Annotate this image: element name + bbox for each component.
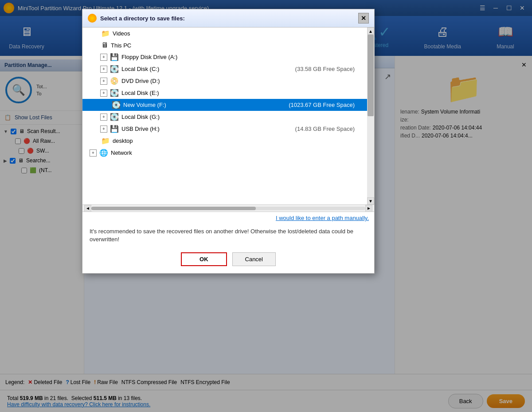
floppy-icon: 💾 (110, 53, 119, 61)
tree-scrollbar-v[interactable]: ▲ ▼ (367, 27, 374, 204)
network-label: Network (111, 149, 132, 156)
local-e-icon: 💽 (110, 89, 119, 97)
new-volume-f-label: New Volume (F:) (123, 102, 166, 108)
dvd-expand[interactable]: + (100, 78, 107, 85)
usb-h-icon: 💾 (110, 125, 119, 133)
network-icon: 🌐 (99, 149, 108, 157)
local-e-expand[interactable]: + (100, 90, 107, 97)
manual-path-label: I would like to enter a path manually. (276, 215, 369, 221)
floppy-label: Floppy Disk Drive (A:) (121, 54, 177, 60)
new-volume-f-free: (1023.67 GB Free Space) (289, 102, 364, 108)
local-e-label: Local Disk (E:) (121, 90, 159, 96)
scroll-left-btn[interactable]: ◄ (84, 205, 91, 212)
dvd-icon: 📀 (110, 77, 119, 85)
local-g-icon: 💽 (110, 113, 119, 121)
scrollbar-track[interactable] (367, 35, 374, 197)
this-pc-icon: 🖥 (101, 41, 108, 49)
dialog-scrollbar-h[interactable]: ◄ ► (82, 205, 374, 212)
scrollbar-up-btn[interactable]: ▲ (367, 27, 374, 35)
scrollbar-thumb-h (91, 207, 256, 210)
desktop-icon: 📁 (101, 137, 110, 145)
dialog-title: Select a directory to save files: (100, 15, 355, 22)
desktop-label: desktop (113, 137, 133, 144)
local-c-label: Local Disk (C:) (121, 66, 159, 72)
cancel-button[interactable]: Cancel (232, 252, 276, 266)
usb-h-label: USB Drive (H:) (121, 126, 160, 132)
usb-h-content: USB Drive (H:) (14.83 GB Free Space) (121, 126, 364, 132)
tree-item-local-e[interactable]: + 💽 Local Disk (E:) (82, 87, 367, 99)
dialog-buttons: OK Cancel (82, 249, 374, 273)
local-g-expand[interactable]: + (100, 114, 107, 121)
dialog-tree[interactable]: 📁 Videos 🖥 This PC + 💾 Floppy Disk Drive… (82, 27, 374, 205)
tree-item-floppy[interactable]: + 💾 Floppy Disk Drive (A:) (82, 51, 367, 63)
new-volume-f-icon: 💽 (112, 101, 121, 109)
floppy-expand[interactable]: + (100, 54, 107, 61)
new-volume-f-content: New Volume (F:) (1023.67 GB Free Space) (123, 102, 364, 108)
scrollbar-track-h[interactable] (91, 207, 365, 210)
manual-path-link[interactable]: I would like to enter a path manually. (82, 212, 374, 224)
scrollbar-down-btn[interactable]: ▼ (367, 197, 374, 204)
videos-icon: 📁 (101, 29, 110, 38)
tree-content: 📁 Videos 🖥 This PC + 💾 Floppy Disk Drive… (82, 27, 374, 159)
save-dialog: Select a directory to save files: ✕ 📁 Vi… (82, 9, 375, 274)
tree-item-new-volume-f[interactable]: 💽 New Volume (F:) (1023.67 GB Free Space… (82, 99, 367, 111)
scrollbar-thumb (368, 35, 374, 116)
scroll-right-btn[interactable]: ► (365, 205, 372, 212)
dvd-label: DVD Drive (D:) (121, 78, 160, 84)
local-c-expand[interactable]: + (100, 66, 107, 73)
dialog-close-button[interactable]: ✕ (358, 13, 369, 24)
this-pc-label: This PC (111, 42, 131, 49)
tree-item-usb-h[interactable]: + 💾 USB Drive (H:) (14.83 GB Free Space) (82, 123, 367, 135)
dialog-logo (88, 14, 97, 23)
usb-h-free: (14.83 GB Free Space) (295, 126, 364, 132)
tree-item-videos[interactable]: 📁 Videos (82, 27, 367, 39)
warning-text: It's recommended to save the recovered f… (82, 224, 374, 249)
tree-item-local-c[interactable]: + 💽 Local Disk (C:) (33.58 GB Free Space… (82, 63, 367, 75)
dialog-overlay: Select a directory to save files: ✕ 📁 Vi… (0, 0, 532, 412)
tree-item-desktop[interactable]: 📁 desktop (82, 135, 367, 147)
usb-h-expand[interactable]: + (100, 126, 107, 133)
tree-item-this-pc[interactable]: 🖥 This PC (82, 39, 367, 51)
ok-button[interactable]: OK (181, 252, 227, 266)
dialog-titlebar: Select a directory to save files: ✕ (82, 9, 374, 27)
videos-label: Videos (113, 30, 130, 37)
local-c-content: Local Disk (C:) (33.58 GB Free Space) (121, 66, 364, 72)
local-g-label: Local Disk (G:) (121, 114, 160, 120)
tree-item-local-g[interactable]: + 💽 Local Disk (G:) (82, 111, 367, 123)
local-c-icon: 💽 (110, 65, 119, 73)
tree-item-network[interactable]: + 🌐 Network (82, 147, 367, 159)
tree-item-dvd[interactable]: + 📀 DVD Drive (D:) (82, 75, 367, 87)
network-expand[interactable]: + (90, 149, 97, 157)
local-c-free: (33.58 GB Free Space) (295, 66, 364, 72)
